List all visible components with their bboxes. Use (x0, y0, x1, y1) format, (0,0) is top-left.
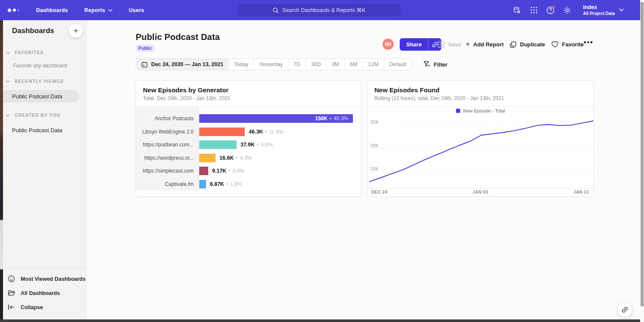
add-report-label: Add Report (473, 41, 504, 48)
date-preset-today[interactable]: Today (228, 59, 253, 70)
footer-item-label: Collapse (21, 304, 43, 310)
most-viewed-dashboards-item[interactable]: Most Viewed Dashboards (0, 272, 86, 286)
sidebar-section-header-recently-viewed[interactable]: RECENTLY VIEWED (0, 75, 86, 88)
x-tick-label: JAN 13 (574, 190, 589, 194)
folder-icon (8, 289, 15, 297)
search-placeholder: Search Dashboards & Reports ⌘K (283, 7, 366, 13)
add-dashboard-button[interactable]: + (69, 24, 83, 38)
date-preset-12m[interactable]: 12M (362, 59, 383, 70)
apps-grid-icon[interactable] (529, 6, 538, 15)
bar-value: 37.9K (240, 142, 255, 148)
favorite-button[interactable]: Favorite (551, 38, 584, 51)
legend-swatch (456, 109, 460, 113)
bar-category-label: Libsyn WebEngine 2.0 (136, 125, 194, 139)
date-preset-default[interactable]: Default (384, 59, 412, 70)
separator-dot: • (330, 115, 331, 122)
bar-segment[interactable] (199, 154, 216, 162)
bar-value: 6.87K (210, 181, 224, 187)
nav-item-reports[interactable]: Reports (84, 7, 112, 13)
section-label: RECENTLY VIEWED (15, 79, 64, 84)
avatar[interactable]: RH (383, 39, 394, 50)
y-tick-label: 10K (371, 167, 379, 171)
separator-dot: • (236, 155, 237, 161)
search-input[interactable]: Search Dashboards & Reports ⌘K (237, 4, 401, 16)
bar-percent: 1.8% (230, 181, 242, 187)
nav-item-dashboards[interactable]: Dashboards (36, 7, 68, 13)
footer-item-label: All Dashboards (21, 290, 60, 296)
date-preset-6m[interactable]: 6M (344, 59, 362, 70)
bar-chart-row: Captivate.fm6.87K•1.8% (136, 178, 361, 191)
sidebar-sections: FAVORITESFavorite any dashboardRECENTLY … (0, 46, 86, 143)
line-chart-plot[interactable] (369, 117, 593, 188)
bar-segment[interactable] (199, 167, 208, 175)
chevron-down-icon (6, 114, 10, 117)
save-icon (437, 41, 445, 48)
line-chart-title: New Episodes Found (374, 86, 586, 94)
app-logo-icon[interactable] (8, 9, 19, 12)
share-link-floating-button[interactable] (617, 302, 632, 317)
bar-category-label: Anchor Podcasts (136, 112, 194, 125)
smiley-icon (8, 275, 15, 283)
date-preset-yesterday[interactable]: Yesterday (254, 59, 288, 70)
more-options-button[interactable] (584, 41, 592, 43)
scrollbar-thumb[interactable] (641, 2, 644, 307)
page-scrollbar (640, 0, 644, 322)
x-axis-labels: DEC 24 JAN 03 JAN 13 (368, 190, 593, 196)
page-title: Public Podcast Data (136, 32, 220, 42)
bar-segment[interactable] (199, 180, 206, 188)
bar-value-label: 46.3K•11.9% (249, 128, 283, 136)
duplicate-button[interactable]: Duplicate (510, 38, 545, 51)
bar-chart-title: New Episodes by Generator (143, 86, 354, 94)
separator-dot: • (226, 181, 228, 187)
sidebar-item-dashboard[interactable]: Public Podcast Data (0, 90, 79, 103)
x-tick-label: JAN 03 (473, 190, 488, 194)
date-range-picker[interactable]: Dec 24, 2020 — Jan 13, 2021 (136, 59, 228, 70)
sidebar-section-header-created-by-you[interactable]: CREATED BY YOU (0, 109, 86, 122)
duplicate-icon (510, 41, 516, 48)
share-button[interactable]: Share (400, 38, 428, 51)
bar-chart-row: https://podbean.com...37.9K•9.8% (136, 138, 361, 152)
bar-value: 156K (315, 115, 328, 122)
bar-category-label: https://podbean.com... (136, 138, 194, 152)
y-tick-label: 20K (371, 143, 379, 148)
help-icon[interactable] (546, 6, 555, 15)
favorites-empty-text: Favorite any dashboard (0, 59, 86, 75)
bar-value-label: 9.17K•2.4% (212, 167, 244, 175)
date-preset-30d[interactable]: 30D (306, 59, 326, 70)
filter-button[interactable]: Filter (423, 58, 447, 70)
collapse-sidebar-item[interactable]: Collapse (0, 300, 86, 314)
line-series[interactable] (369, 121, 593, 182)
save-label: Save (448, 41, 461, 48)
settings-gear-icon[interactable] (563, 6, 571, 15)
date-preset-7d[interactable]: 7D (288, 59, 306, 70)
footer-item-label: Most Viewed Dashboards (21, 276, 85, 282)
section-label: FAVORITES (15, 50, 44, 55)
bar-segment[interactable] (199, 140, 237, 149)
add-report-button[interactable]: + Add Report (466, 38, 504, 51)
collapse-icon (8, 304, 15, 310)
nav-item-users[interactable]: Users (129, 7, 144, 13)
link-icon (621, 306, 629, 313)
duplicate-label: Duplicate (520, 41, 545, 48)
x-axis-tick (480, 186, 481, 188)
save-button[interactable]: Save (437, 38, 461, 51)
date-preset-3m[interactable]: 3M (326, 59, 344, 70)
bar-category-label: https://simplecast.com (136, 164, 194, 178)
bar-segment[interactable] (199, 128, 245, 136)
heart-icon (551, 41, 559, 48)
bar-value-label: 6.87K•1.8% (210, 180, 242, 188)
sidebar-item-dashboard[interactable]: Public Podcast Data (0, 124, 79, 137)
sidebar-section-header-favorites[interactable]: FAVORITES (0, 46, 86, 59)
project-selector[interactable]: Index All Project Data (583, 4, 624, 16)
chevron-down-icon (6, 80, 10, 83)
sidebar-footer: Most Viewed Dashboards All Dashboards Co… (0, 267, 86, 319)
date-toolbar: Dec 24, 2020 — Jan 13, 2021 TodayYesterd… (136, 58, 447, 70)
bar-value: 9.17K (212, 168, 226, 174)
chevron-down-icon (619, 9, 624, 12)
all-dashboards-item[interactable]: All Dashboards (0, 286, 86, 300)
public-badge: Public (136, 45, 155, 52)
background-bottom-strip (0, 319, 640, 322)
bar-chart-subtitle: Total, Dec 24th, 2020 - Jan 13th, 2021 (143, 95, 354, 101)
data-sources-icon[interactable] (513, 6, 521, 15)
bar-value: 46.3K (249, 129, 263, 135)
